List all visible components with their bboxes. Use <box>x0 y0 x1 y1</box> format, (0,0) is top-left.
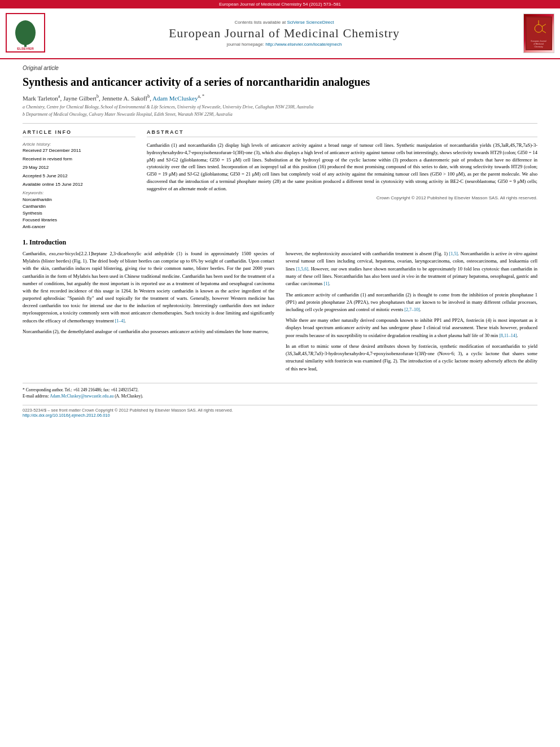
keywords-label: Keywords: <box>23 190 135 195</box>
svg-text:Chemistry: Chemistry <box>534 46 543 48</box>
footnote-corresponding: * Corresponding author. Tel.: +61 249 21… <box>23 387 537 393</box>
article-title: Synthesis and anticancer activity of a s… <box>23 75 537 89</box>
accepted-date: Accepted 5 June 2012 <box>23 173 135 178</box>
ref-8-11-14[interactable]: [8,11–14] <box>499 333 517 338</box>
affiliation-2: b Department of Medical Oncology, Calvar… <box>23 111 537 117</box>
intro-para-1: Cantharidin, exo,exo-bicyclo[2.2.1]hepta… <box>23 250 274 325</box>
svg-point-3 <box>15 20 36 45</box>
article-info-heading: ARTICLE INFO <box>23 129 135 137</box>
keyword-anti-cancer: Anti-cancer <box>23 224 135 230</box>
sciverse-link[interactable]: SciVerse ScienceDirect <box>287 20 334 25</box>
intro-para-4: The anticancer activity of cantharidin (… <box>286 291 537 314</box>
journal-header: ELSEVIER Contents lists available at Sci… <box>0 8 560 59</box>
ref-1-5[interactable]: [1,5] <box>449 251 458 256</box>
ref-1-4[interactable]: [1–4] <box>115 318 125 324</box>
email-link[interactable]: Adam.McCluskey@newcastle.edu.au <box>50 394 113 399</box>
received-revised-date: 29 May 2012 <box>23 165 135 170</box>
journal-citation-bar: European Journal of Medicinal Chemistry … <box>0 0 560 8</box>
author-mark-tarleton: Mark Tarleton <box>23 95 58 102</box>
affiliation-1: a Chemistry, Centre for Chemical Biology… <box>23 104 537 110</box>
doi-line: http://dx.doi.org/10.1016/j.ejmech.2012.… <box>23 413 537 418</box>
journal-center-info: Contents lists available at SciVerse Sci… <box>51 20 518 47</box>
abstract-heading: ABSTRACT <box>147 129 537 137</box>
intro-col-left: Cantharidin, exo,exo-bicyclo[2.2.1]hepta… <box>23 250 274 376</box>
svg-text:ELSEVIER: ELSEVIER <box>17 47 34 50</box>
svg-text:of Medicinal: of Medicinal <box>533 43 544 45</box>
intro-para-5: While there are many other naturally der… <box>286 317 537 339</box>
copyright-line: Crown Copyright © 2012 Published by Else… <box>147 195 537 200</box>
journal-title: European Journal of Medicinal Chemistry <box>51 26 518 41</box>
keyword-focused-libraries: Focused libraries <box>23 217 135 224</box>
divider <box>23 123 537 124</box>
introduction-body: Cantharidin, exo,exo-bicyclo[2.2.1]hepta… <box>23 250 537 376</box>
available-date: Available online 15 June 2012 <box>23 182 135 187</box>
intro-para-6: In an effort to mimic some of these desi… <box>286 343 537 373</box>
keyword-cantharidin: Cantharidin <box>23 203 135 210</box>
journal-citation: European Journal of Medicinal Chemistry … <box>219 2 341 7</box>
intro-para-2: Norcantharidin (2), the demethylated ana… <box>23 328 274 335</box>
article-info-panel: ARTICLE INFO Article history: Received 2… <box>23 129 135 230</box>
journal-homepage-link[interactable]: http://www.elsevier.com/locate/ejmech <box>265 42 342 47</box>
bottom-bar: 0223-5234/$ – see front matter Crown Cop… <box>23 405 537 418</box>
author-adam-mccluskey: Adam McCluskey <box>152 95 198 102</box>
keyword-norcantharidin: Norcantharidin <box>23 196 135 203</box>
abstract-panel: ABSTRACT Cantharidin (1) and norcanthari… <box>147 129 537 230</box>
issn-line: 0223-5234/$ – see front matter Crown Cop… <box>23 408 537 413</box>
section-title-text: Introduction <box>29 238 66 246</box>
footnotes: * Corresponding author. Tel.: +61 249 21… <box>23 383 537 400</box>
ref-2-7-10[interactable]: [2,7–10] <box>404 307 419 312</box>
intro-col-right: however, the nephrotoxicity associated w… <box>286 250 537 376</box>
journal-thumbnail: European Journal of Medicinal Chemistry <box>523 14 554 53</box>
authors-line: Mark Tarletona, Jayne Gilbertb, Jennette… <box>23 94 537 102</box>
intro-para-3: however, the nephrotoxicity associated w… <box>286 250 537 288</box>
received-date: Received 27 December 2011 <box>23 148 135 153</box>
ref-1[interactable]: [1] <box>324 281 329 286</box>
footnote-email: E-mail address: Adam.McCluskey@newcastle… <box>23 393 537 399</box>
abstract-text: Cantharidin (1) and norcantharidin (2) d… <box>147 142 537 192</box>
author-jennette-sakoff: Jennette A. Sakoff <box>102 95 147 102</box>
keyword-synthesis: Synthesis <box>23 210 135 217</box>
sciverse-line: Contents lists available at SciVerse Sci… <box>51 20 518 25</box>
svg-text:European Journal: European Journal <box>531 40 546 42</box>
info-abstract-section: ARTICLE INFO Article history: Received 2… <box>23 129 537 230</box>
article-type: Original article <box>23 65 537 71</box>
journal-homepage: journal homepage: http://www.elsevier.co… <box>51 42 518 47</box>
history-label: Article history: <box>23 142 135 147</box>
doi-link[interactable]: http://dx.doi.org/10.1016/j.ejmech.2012.… <box>23 413 110 418</box>
main-content: Original article Synthesis and anticance… <box>0 59 560 423</box>
author-jayne-gilbert: Jayne Gilbert <box>63 95 97 102</box>
received-revised-label: Received in revised form <box>23 156 135 161</box>
ref-1-5-6[interactable]: [1,5,6] <box>296 267 308 272</box>
introduction-section: 1. Introduction Cantharidin, exo,exo-bic… <box>23 238 537 376</box>
section-number: 1. <box>23 238 28 246</box>
elsevier-logo: ELSEVIER <box>6 13 45 54</box>
section-title: 1. Introduction <box>23 238 537 247</box>
